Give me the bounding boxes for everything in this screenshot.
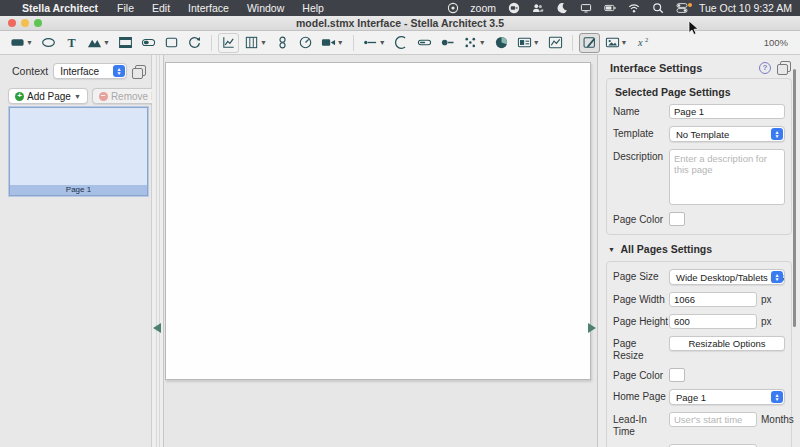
- toolbar-separator: [211, 35, 212, 51]
- page-width-input[interactable]: [669, 292, 757, 307]
- name-label: Name: [613, 104, 669, 118]
- equation-icon[interactable]: x2: [633, 33, 654, 53]
- graph-icon[interactable]: [218, 33, 239, 53]
- page-size-label: Page Size: [613, 269, 669, 283]
- dropdown-caret-icon: ▼: [533, 39, 540, 46]
- bullet-icon[interactable]: [437, 33, 458, 53]
- add-icon: +: [15, 92, 24, 101]
- home-page-dropdown[interactable]: Page 1 ▲▼: [669, 389, 785, 405]
- panel-title: Interface Settings: [610, 62, 702, 74]
- app-menu[interactable]: Stella Architect: [20, 2, 108, 14]
- page-width-unit: px: [761, 294, 772, 305]
- description-textarea[interactable]: [669, 149, 785, 205]
- users-icon[interactable]: [531, 2, 544, 15]
- interface-settings-panel: Interface Settings ? Selected Page Setti…: [597, 55, 800, 447]
- dropdown-caret-icon: ▼: [26, 39, 33, 46]
- table-icon[interactable]: ▼: [241, 33, 270, 53]
- button-icon[interactable]: ▼: [7, 33, 36, 53]
- frame-icon[interactable]: [115, 33, 136, 53]
- video-icon[interactable]: ▼: [318, 33, 347, 53]
- lead-in-time-input[interactable]: [669, 412, 757, 427]
- record-circle-icon[interactable]: [446, 2, 459, 15]
- main-toolbar: ▼T▼▼▼▼▼▼▼x2 100%: [0, 31, 800, 55]
- page-size-dropdown[interactable]: Wide Desktop/Tablets (16:9) ▲▼: [669, 269, 785, 285]
- dropdown-stepper-icon: ▲▼: [771, 391, 783, 403]
- battery-icon[interactable]: [603, 2, 616, 15]
- dropdown-caret-icon: ▼: [479, 39, 486, 46]
- help-icon[interactable]: ?: [759, 62, 771, 74]
- image-icon[interactable]: ▼: [84, 33, 113, 53]
- group-icon[interactable]: [161, 33, 182, 53]
- svg-text:T: T: [67, 36, 75, 50]
- duplicate-context-icon[interactable]: [132, 65, 145, 78]
- zoom-level-indicator[interactable]: 100%: [764, 37, 794, 48]
- arc-icon[interactable]: [391, 33, 412, 53]
- template-dropdown[interactable]: No Template ▲▼: [669, 126, 785, 142]
- media-icon[interactable]: ▼: [602, 33, 631, 53]
- page-name-input[interactable]: [669, 104, 785, 119]
- lead-in-unit: Months: [761, 414, 794, 425]
- dropdown-caret-icon: ▼: [621, 39, 628, 46]
- page-color-swatch[interactable]: [669, 368, 685, 382]
- macos-menu-bar: Stella Architect FileEditInterfaceWindow…: [0, 0, 800, 16]
- page-color-label: Page Color: [613, 212, 669, 226]
- menu-item-window[interactable]: Window: [238, 2, 293, 14]
- dropdown-caret-icon: ▼: [337, 39, 344, 46]
- detach-panel-icon[interactable]: [777, 61, 790, 74]
- legend-icon[interactable]: ▼: [514, 33, 543, 53]
- svg-text:2: 2: [644, 36, 647, 43]
- spread-icon[interactable]: ▼: [460, 33, 489, 53]
- connector-icon[interactable]: ▼: [360, 33, 389, 53]
- toolbar-separator: [572, 35, 573, 51]
- dropdown-stepper-icon: ▲▼: [113, 65, 125, 77]
- pie-icon[interactable]: [491, 33, 512, 53]
- knob-icon[interactable]: [295, 33, 316, 53]
- dropdown-caret-icon: ▼: [379, 39, 386, 46]
- control-center-icon[interactable]: [675, 2, 688, 15]
- search-icon[interactable]: [651, 2, 664, 15]
- page-width-label: Page Width: [613, 292, 669, 306]
- progress-icon[interactable]: [414, 33, 435, 53]
- slider-icon[interactable]: [272, 33, 293, 53]
- dropdown-stepper-icon: ▲▼: [771, 128, 783, 140]
- collapse-inspector-arrow[interactable]: [588, 323, 596, 333]
- page-height-input[interactable]: [669, 314, 757, 329]
- resizable-options-button[interactable]: Resizable Options: [669, 336, 785, 351]
- loop-icon[interactable]: [184, 33, 205, 53]
- sparkline-icon[interactable]: [545, 33, 566, 53]
- lead-in-time-label: Lead-In Time: [613, 412, 669, 437]
- page-height-label: Page Height: [613, 314, 669, 328]
- interface-canvas[interactable]: [164, 55, 597, 447]
- page-color-label: Page Color: [613, 368, 669, 382]
- page-canvas[interactable]: [165, 62, 591, 380]
- pages-sidebar: Context Interface ▲▼ + Add Page ▼ − Remo…: [0, 55, 152, 447]
- menu-item-edit[interactable]: Edit: [143, 2, 179, 14]
- wifi-icon[interactable]: [627, 2, 640, 15]
- page-thumbnail[interactable]: Page 1: [9, 107, 148, 196]
- notification-dot: [688, 3, 692, 7]
- moon-icon[interactable]: [555, 2, 568, 15]
- inspector-scrollbar[interactable]: [793, 69, 796, 327]
- context-dropdown[interactable]: Interface ▲▼: [53, 63, 127, 79]
- menu-item-interface[interactable]: Interface: [179, 2, 238, 14]
- all-pages-settings-title: ▼ All Pages Settings: [608, 243, 792, 255]
- context-label: Context: [12, 65, 48, 77]
- switch-icon[interactable]: [138, 33, 159, 53]
- collapse-sidebar-arrow[interactable]: [153, 323, 161, 333]
- oval-icon[interactable]: [38, 33, 59, 53]
- page-color-swatch[interactable]: [669, 212, 685, 226]
- disclosure-triangle-icon[interactable]: ▼: [608, 246, 615, 253]
- text-icon[interactable]: T: [61, 33, 82, 53]
- window-title-bar: model.stmx Interface - Stella Architect …: [0, 16, 800, 31]
- zoom-app-menu[interactable]: zoom: [470, 2, 496, 14]
- menu-item-file[interactable]: File: [108, 2, 143, 14]
- add-page-button[interactable]: + Add Page ▼: [8, 88, 88, 104]
- sidebar-splitter[interactable]: [152, 55, 164, 447]
- toolbar-group-4: ▼x2: [578, 33, 655, 53]
- dropdown-caret-icon: ▼: [260, 39, 267, 46]
- camera-badge-icon[interactable]: [507, 2, 520, 15]
- display-icon[interactable]: [579, 2, 592, 15]
- menu-bar-clock[interactable]: Tue Oct 10 9:32 AM: [699, 2, 792, 14]
- annotation-pencil-icon[interactable]: [579, 33, 600, 53]
- menu-item-help[interactable]: Help: [293, 2, 333, 14]
